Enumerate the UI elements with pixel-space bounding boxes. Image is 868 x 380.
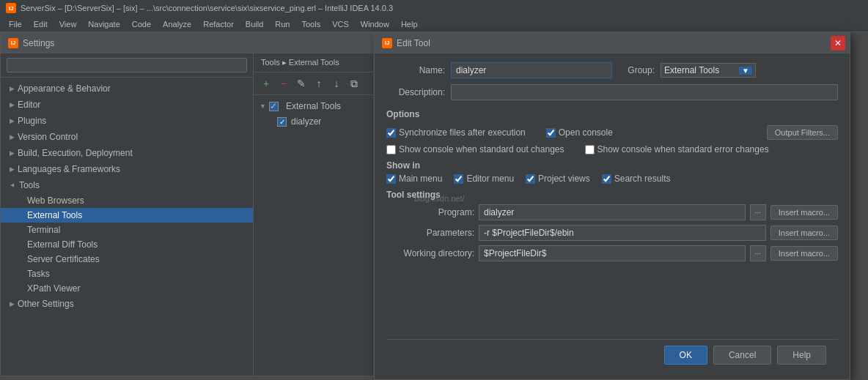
- show-console-stderr-checkbox[interactable]: [585, 145, 595, 154]
- show-in-editor-menu-checkbox[interactable]: [454, 174, 463, 184]
- name-field[interactable]: [451, 62, 612, 78]
- sidebar-nav: ▶ Appearance & Behavior ▶ Editor ▶ Plugi…: [1, 78, 253, 376]
- sidebar-item-tools[interactable]: ▼ Tools: [1, 177, 253, 193]
- program-field[interactable]: [479, 204, 746, 220]
- tool-settings-section: Tool settings Program: ··· Insert macro.…: [386, 190, 838, 261]
- sidebar-item-other-settings[interactable]: ▶ Other Settings: [1, 296, 253, 312]
- sidebar-item-version-control[interactable]: ▶ Version Control: [1, 129, 253, 145]
- settings-title-bar: IJ Settings: [1, 33, 373, 53]
- sidebar-item-languages[interactable]: ▶ Languages & Frameworks: [1, 161, 253, 177]
- output-filters-button[interactable]: Output Filters...: [767, 125, 838, 140]
- show-in-search-results[interactable]: Search results: [602, 174, 671, 184]
- move-down-button[interactable]: ↓: [328, 75, 345, 92]
- sidebar-item-xpath[interactable]: XPath Viewer: [1, 281, 253, 296]
- open-console-checkbox[interactable]: [546, 128, 556, 138]
- dialog-footer: OK Cancel Help: [386, 339, 838, 370]
- arrow-icon: ▶: [10, 300, 15, 308]
- parameters-label: Parameters:: [386, 228, 474, 238]
- arrow-icon: ▶: [10, 101, 15, 108]
- show-in-project-views[interactable]: Project views: [526, 174, 590, 184]
- sidebar-item-external-diff[interactable]: External Diff Tools: [1, 237, 253, 252]
- menu-edit[interactable]: Edit: [28, 18, 54, 30]
- arrow-icon: ▼: [9, 182, 16, 189]
- parameters-macro-button[interactable]: Insert macro...: [770, 226, 838, 240]
- show-in-main-menu[interactable]: Main menu: [386, 174, 442, 184]
- show-in-row: Main menu Editor menu Project views Sear…: [386, 174, 838, 184]
- options-row-2: Show console when standard out changes S…: [386, 144, 838, 154]
- show-console-stdout-item[interactable]: Show console when standard out changes: [386, 144, 564, 154]
- sidebar-item-external-tools[interactable]: External Tools: [1, 208, 253, 223]
- sidebar-item-web-browsers[interactable]: Web Browsers: [1, 193, 253, 208]
- working-dir-field[interactable]: [479, 245, 746, 261]
- external-tools-checkbox[interactable]: ✓: [269, 102, 279, 111]
- menu-navigate[interactable]: Navigate: [82, 18, 125, 30]
- ok-button[interactable]: OK: [664, 346, 707, 365]
- sidebar-item-server-certs[interactable]: Server Certificates: [1, 252, 253, 267]
- program-macro-button[interactable]: Insert macro...: [770, 205, 838, 220]
- sidebar-item-build[interactable]: ▶ Build, Execution, Deployment: [1, 145, 253, 161]
- description-row: Description:: [386, 84, 838, 100]
- tools-category-external[interactable]: ▼ ✓ External Tools: [254, 98, 373, 114]
- name-group-row: Name: Group: External Tools ▼: [386, 62, 838, 78]
- menu-code[interactable]: Code: [126, 18, 157, 30]
- sidebar-item-appearance[interactable]: ▶ Appearance & Behavior: [1, 81, 253, 97]
- description-field[interactable]: [451, 84, 838, 100]
- sidebar-item-editor[interactable]: ▶ Editor: [1, 97, 253, 113]
- dropdown-arrow-icon[interactable]: ▼: [739, 67, 752, 75]
- group-label: Group:: [618, 65, 655, 75]
- close-button[interactable]: ✕: [831, 36, 845, 51]
- program-browse-button[interactable]: ···: [750, 204, 766, 220]
- dialyzer-checkbox[interactable]: ✓: [277, 117, 287, 127]
- cancel-button[interactable]: Cancel: [713, 346, 771, 365]
- options-header: Options: [386, 109, 838, 119]
- description-label: Description:: [386, 87, 445, 97]
- remove-tool-button[interactable]: −: [276, 75, 292, 92]
- sidebar-item-tasks[interactable]: Tasks: [1, 267, 253, 281]
- show-in-project-views-label: Project views: [538, 174, 590, 184]
- tool-item-dialyzer[interactable]: ✓ dialyzer: [254, 114, 373, 129]
- dialog-title: Edit Tool: [397, 38, 430, 48]
- menu-vcs[interactable]: VCS: [326, 18, 355, 30]
- settings-right-panel: Tools ▸ External Tools + − ✎ ↑ ↓ ⧉ ▼ ✓ E…: [254, 53, 373, 376]
- sidebar-item-terminal[interactable]: Terminal: [1, 223, 253, 237]
- show-in-search-results-checkbox[interactable]: [602, 174, 611, 184]
- sidebar-item-plugins[interactable]: ▶ Plugins: [1, 113, 253, 129]
- title-bar: IJ ServerSix – [D:\ServerSix] – [six] – …: [0, 0, 868, 16]
- tool-settings-label: Tool settings: [386, 190, 838, 200]
- show-in-project-views-checkbox[interactable]: [526, 174, 535, 184]
- menu-refactor[interactable]: Refactor: [197, 18, 240, 30]
- sync-files-checkbox[interactable]: [386, 128, 396, 138]
- menu-file[interactable]: File: [3, 18, 28, 30]
- group-dropdown[interactable]: External Tools ▼: [661, 63, 756, 78]
- menu-tools[interactable]: Tools: [295, 18, 326, 30]
- show-in-main-menu-checkbox[interactable]: [386, 174, 396, 184]
- search-box[interactable]: [1, 53, 253, 78]
- menu-help[interactable]: Help: [395, 18, 424, 30]
- edit-tool-button[interactable]: ✎: [293, 75, 309, 92]
- arrow-icon: ▶: [10, 133, 15, 141]
- open-console-checkbox-item[interactable]: Open console: [546, 127, 613, 138]
- parameters-field[interactable]: [479, 225, 766, 241]
- sync-files-checkbox-item[interactable]: Synchronize files after execution: [386, 127, 526, 138]
- show-console-stdout-checkbox[interactable]: [386, 145, 396, 154]
- menu-window[interactable]: Window: [355, 18, 395, 30]
- show-console-stderr-item[interactable]: Show console when standard error changes: [585, 144, 769, 154]
- settings-title: Settings: [23, 38, 54, 48]
- menu-view[interactable]: View: [54, 18, 83, 30]
- menu-bar: File Edit View Navigate Code Analyze Ref…: [0, 16, 868, 32]
- working-dir-browse-button[interactable]: ···: [750, 245, 766, 261]
- help-button[interactable]: Help: [777, 346, 826, 365]
- menu-analyze[interactable]: Analyze: [157, 18, 197, 30]
- show-in-editor-menu[interactable]: Editor menu: [454, 174, 514, 184]
- copy-tool-button[interactable]: ⧉: [346, 75, 362, 92]
- add-tool-button[interactable]: +: [258, 75, 274, 92]
- show-in-label: Show in: [386, 160, 838, 171]
- show-console-stdout-label: Show console when standard out changes: [399, 144, 564, 154]
- menu-build[interactable]: Build: [240, 18, 269, 30]
- menu-run[interactable]: Run: [269, 18, 295, 30]
- move-up-button[interactable]: ↑: [311, 75, 327, 92]
- settings-dialog: IJ Settings ▶ Appearance & Behavior ▶ Ed…: [0, 32, 374, 376]
- show-in-search-results-label: Search results: [614, 174, 671, 184]
- search-input[interactable]: [7, 58, 247, 72]
- working-dir-macro-button[interactable]: Insert macro...: [770, 246, 838, 261]
